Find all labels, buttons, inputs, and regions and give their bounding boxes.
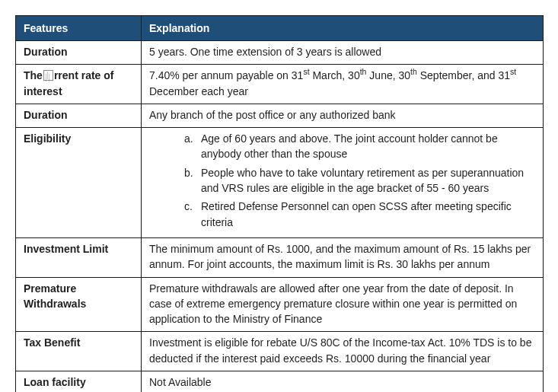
header-explanation: Explanation bbox=[142, 16, 544, 41]
ordinal-th: th bbox=[410, 68, 417, 77]
eligibility-list: Age of 60 years and above. The joint acc… bbox=[149, 131, 535, 233]
rate-text-4: September, and 31 bbox=[417, 69, 510, 81]
value-rate: 7.40% per annum payable on 31st March, 3… bbox=[142, 65, 544, 104]
value-duration2: Any branch of the post office or any aut… bbox=[142, 104, 544, 127]
table-row: Tax Benefit Investment is eligible for r… bbox=[16, 332, 544, 371]
list-item: Age of 60 years and above. The joint acc… bbox=[184, 131, 535, 165]
feature-loan: Loan facility bbox=[16, 371, 142, 392]
rate-feature-prefix: The bbox=[24, 69, 43, 81]
table-row: Premature Withdrawals Premature withdraw… bbox=[16, 277, 544, 332]
features-table: Features Explanation Duration 5 years. O… bbox=[15, 15, 544, 392]
feature-rate: Therrent rate of interest bbox=[16, 65, 142, 104]
table-row: Therrent rate of interest 7.40% per annu… bbox=[16, 65, 544, 104]
feature-premature: Premature Withdrawals bbox=[16, 277, 142, 332]
table-row: Duration Any branch of the post office o… bbox=[16, 104, 544, 127]
text-cursor-icon bbox=[43, 70, 53, 81]
table-row: Eligibility Age of 60 years and above. T… bbox=[16, 128, 544, 238]
table-row: Duration 5 years. One time extension of … bbox=[16, 41, 544, 65]
rate-text-2: March, 30 bbox=[310, 69, 360, 81]
ordinal-st: st bbox=[303, 68, 309, 77]
ordinal-st: st bbox=[510, 68, 516, 77]
feature-duration2: Duration bbox=[16, 104, 142, 127]
header-row: Features Explanation bbox=[16, 16, 544, 41]
table-row: Loan facility Not Available bbox=[16, 371, 544, 392]
value-duration: 5 years. One time extension of 3 years i… bbox=[142, 41, 544, 65]
table-row: Investment Limit The minimum amount of R… bbox=[16, 237, 544, 277]
header-features: Features bbox=[16, 16, 142, 41]
value-tax: Investment is eligible for rebate U/S 80… bbox=[142, 332, 544, 371]
list-item: People who have to take voluntary retire… bbox=[184, 165, 535, 199]
feature-investment: Investment Limit bbox=[16, 237, 142, 277]
value-loan: Not Available bbox=[142, 371, 544, 392]
list-item: Retired Defense Personnel can open SCSS … bbox=[184, 199, 535, 233]
value-investment: The minimum amount of Rs. 1000, and the … bbox=[142, 237, 544, 277]
feature-tax: Tax Benefit bbox=[16, 332, 142, 371]
feature-eligibility: Eligibility bbox=[16, 128, 142, 238]
value-eligibility: Age of 60 years and above. The joint acc… bbox=[142, 128, 544, 238]
rate-text-3: June, 30 bbox=[366, 69, 410, 81]
value-premature: Premature withdrawals are allowed after … bbox=[142, 277, 544, 332]
rate-text-5: December each year bbox=[149, 85, 248, 97]
feature-duration: Duration bbox=[16, 41, 142, 65]
rate-text-1: 7.40% per annum payable on 31 bbox=[149, 69, 303, 81]
